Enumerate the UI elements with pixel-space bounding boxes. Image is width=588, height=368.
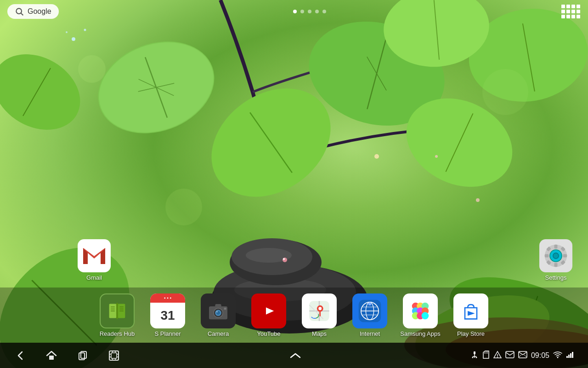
svg-point-42 — [16, 8, 22, 14]
top-bar: Google — [0, 0, 588, 23]
gmail-icon-img — [78, 239, 111, 272]
maps-icon-img — [302, 293, 337, 328]
dock-icon-camera[interactable]: Camera — [195, 293, 241, 337]
svg-rect-106 — [111, 353, 117, 358]
camera-icon-img — [201, 293, 236, 328]
app-icon-gmail[interactable]: Gmail — [71, 239, 117, 281]
settings-icon-img — [539, 239, 572, 272]
back-icon — [14, 349, 27, 362]
status-icons: 09:05 — [470, 351, 574, 361]
alert-icon — [493, 351, 502, 361]
svg-rect-131 — [572, 352, 573, 358]
svg-point-57 — [554, 253, 558, 258]
back-button[interactable] — [14, 349, 27, 362]
recents-icon — [76, 349, 89, 362]
svg-point-99 — [422, 312, 429, 319]
svg-rect-68 — [215, 304, 221, 307]
navigation-bar: 09:05 — [0, 343, 588, 368]
usb-icon — [470, 351, 479, 361]
youtube-label: YouTube — [257, 330, 280, 337]
dock-icon-play-store[interactable]: Play Store — [448, 293, 494, 337]
wifi-icon — [553, 351, 562, 360]
samsung-icon-img — [403, 293, 438, 328]
dock-icon-youtube[interactable]: YouTube — [246, 293, 292, 337]
maps-label: Maps — [312, 330, 327, 337]
svg-point-73 — [224, 307, 226, 310]
grid-icon — [561, 5, 580, 18]
readers-hub-logo — [105, 299, 129, 323]
svg-rect-46 — [554, 245, 558, 249]
youtube-icon-img — [251, 293, 286, 328]
search-label: Google — [28, 7, 51, 16]
page-dot-5[interactable] — [322, 10, 326, 13]
settings-label: Settings — [545, 274, 567, 281]
camera-label: Camera — [208, 330, 229, 337]
page-dot-2[interactable] — [300, 10, 304, 13]
play-store-logo — [459, 299, 483, 323]
svg-point-124 — [497, 356, 498, 357]
dock: Readers Hub ▪ ▪ ▪ 31 S Planner — [0, 288, 588, 343]
readers-hub-icon-img — [100, 293, 135, 328]
samsung-apps-logo — [408, 299, 432, 323]
play-store-icon-img — [453, 293, 488, 328]
screenshot-icon — [107, 349, 120, 362]
page-dot-1[interactable] — [293, 10, 297, 13]
recents-button[interactable] — [76, 349, 89, 362]
samsung-apps-label: Samsung Apps — [400, 330, 440, 337]
internet-label: Internet — [360, 330, 380, 337]
page-dots — [293, 10, 326, 13]
wifi-icon-svg — [553, 351, 562, 358]
svg-point-89 — [368, 302, 372, 305]
apps-grid-button[interactable] — [560, 1, 581, 22]
home-button[interactable] — [45, 349, 58, 362]
svg-rect-49 — [563, 254, 567, 258]
search-icon — [15, 7, 24, 16]
gmail-label: Gmail — [86, 274, 102, 281]
sd-card-icon — [482, 351, 490, 361]
youtube-logo — [257, 299, 281, 323]
home-icon — [45, 349, 58, 362]
time-display: 09:05 — [531, 351, 549, 360]
page-dot-4[interactable] — [315, 10, 319, 13]
screenshot-button[interactable] — [107, 349, 120, 362]
swipe-up-icon — [288, 351, 303, 360]
page-dot-3[interactable] — [308, 10, 311, 13]
svg-rect-125 — [506, 351, 514, 358]
svg-rect-128 — [566, 356, 568, 358]
app-icon-settings[interactable]: Settings — [533, 239, 579, 281]
play-store-label: Play Store — [457, 330, 485, 337]
svg-rect-130 — [570, 353, 571, 358]
signal-icon-svg — [566, 351, 574, 358]
sd-icon-svg — [482, 351, 490, 359]
search-bar[interactable]: Google — [7, 4, 59, 19]
s-planner-label: S Planner — [154, 330, 181, 337]
svg-rect-102 — [49, 356, 54, 360]
svg-point-82 — [318, 307, 322, 310]
nav-left-buttons — [14, 349, 120, 362]
email-icon-svg — [505, 351, 514, 358]
email-icon — [505, 351, 514, 360]
dock-icon-readers-hub[interactable]: Readers Hub — [94, 293, 140, 337]
s-planner-icon-img: ▪ ▪ ▪ 31 — [150, 293, 185, 328]
gmail-logo — [82, 247, 106, 265]
dock-icon-maps[interactable]: Maps — [296, 293, 342, 337]
dock-icon-samsung-apps[interactable]: Samsung Apps — [397, 293, 443, 337]
dock-icon-internet[interactable]: Internet — [347, 293, 393, 337]
dock-icon-s-planner[interactable]: ▪ ▪ ▪ 31 S Planner — [145, 293, 191, 337]
internet-logo — [358, 299, 382, 323]
svg-point-119 — [475, 356, 477, 358]
svg-rect-105 — [109, 351, 119, 360]
swipe-up-indicator[interactable] — [288, 351, 303, 360]
internet-icon-img — [352, 293, 387, 328]
svg-line-43 — [21, 13, 23, 16]
signal-icon — [566, 351, 574, 360]
desktop-icons: Gmail — [0, 28, 588, 308]
alert-icon-svg — [493, 351, 502, 359]
maps-logo — [307, 299, 331, 323]
settings-gear-icon — [544, 244, 568, 268]
svg-rect-60 — [116, 303, 118, 319]
camera-logo — [207, 299, 230, 322]
svg-point-127 — [557, 356, 558, 358]
svg-rect-129 — [568, 355, 570, 358]
usb-icon-svg — [470, 351, 479, 359]
